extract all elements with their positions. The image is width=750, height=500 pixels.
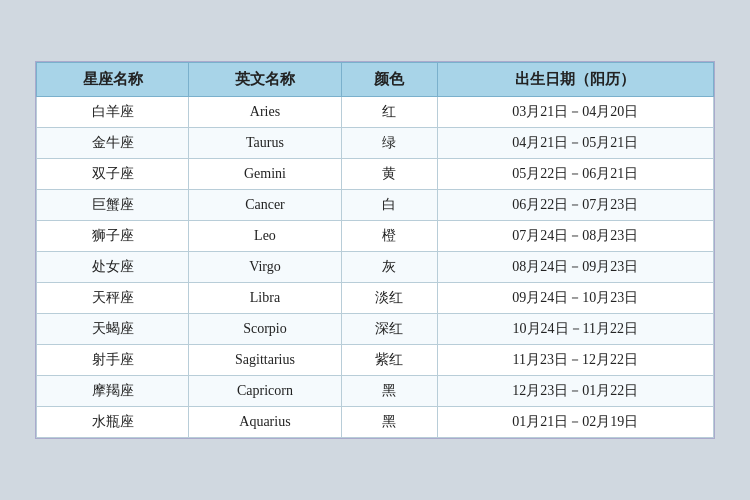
table-row: 天蝎座Scorpio深红10月24日－11月22日	[37, 314, 714, 345]
table-row: 处女座Virgo灰08月24日－09月23日	[37, 252, 714, 283]
table-cell-10-2: 黑	[341, 407, 437, 438]
table-cell-9-3: 12月23日－01月22日	[437, 376, 713, 407]
table-row: 巨蟹座Cancer白06月22日－07月23日	[37, 190, 714, 221]
table-row: 白羊座Aries红03月21日－04月20日	[37, 97, 714, 128]
table-cell-10-1: Aquarius	[189, 407, 341, 438]
table-cell-6-3: 09月24日－10月23日	[437, 283, 713, 314]
table-row: 双子座Gemini黄05月22日－06月21日	[37, 159, 714, 190]
table-cell-10-0: 水瓶座	[37, 407, 189, 438]
table-cell-6-1: Libra	[189, 283, 341, 314]
table-cell-4-3: 07月24日－08月23日	[437, 221, 713, 252]
table-cell-2-0: 双子座	[37, 159, 189, 190]
table-row: 射手座Sagittarius紫红11月23日－12月22日	[37, 345, 714, 376]
table-cell-9-2: 黑	[341, 376, 437, 407]
table-cell-4-2: 橙	[341, 221, 437, 252]
table-row: 摩羯座Capricorn黑12月23日－01月22日	[37, 376, 714, 407]
table-header-row: 星座名称英文名称颜色出生日期（阳历）	[37, 63, 714, 97]
table-row: 狮子座Leo橙07月24日－08月23日	[37, 221, 714, 252]
header-col-1: 英文名称	[189, 63, 341, 97]
table-cell-5-3: 08月24日－09月23日	[437, 252, 713, 283]
table-cell-8-3: 11月23日－12月22日	[437, 345, 713, 376]
header-col-3: 出生日期（阳历）	[437, 63, 713, 97]
table-cell-9-1: Capricorn	[189, 376, 341, 407]
table-cell-7-1: Scorpio	[189, 314, 341, 345]
table-cell-4-1: Leo	[189, 221, 341, 252]
header-col-2: 颜色	[341, 63, 437, 97]
table-cell-3-0: 巨蟹座	[37, 190, 189, 221]
table-row: 水瓶座Aquarius黑01月21日－02月19日	[37, 407, 714, 438]
table-cell-9-0: 摩羯座	[37, 376, 189, 407]
table-cell-0-1: Aries	[189, 97, 341, 128]
table-cell-2-3: 05月22日－06月21日	[437, 159, 713, 190]
zodiac-table-container: 星座名称英文名称颜色出生日期（阳历） 白羊座Aries红03月21日－04月20…	[35, 61, 715, 439]
table-row: 金牛座Taurus绿04月21日－05月21日	[37, 128, 714, 159]
table-cell-0-3: 03月21日－04月20日	[437, 97, 713, 128]
table-cell-0-0: 白羊座	[37, 97, 189, 128]
table-cell-8-1: Sagittarius	[189, 345, 341, 376]
table-cell-1-0: 金牛座	[37, 128, 189, 159]
table-cell-6-2: 淡红	[341, 283, 437, 314]
table-cell-5-0: 处女座	[37, 252, 189, 283]
table-cell-1-1: Taurus	[189, 128, 341, 159]
table-cell-6-0: 天秤座	[37, 283, 189, 314]
table-cell-8-0: 射手座	[37, 345, 189, 376]
header-col-0: 星座名称	[37, 63, 189, 97]
table-cell-5-2: 灰	[341, 252, 437, 283]
table-cell-1-3: 04月21日－05月21日	[437, 128, 713, 159]
table-cell-1-2: 绿	[341, 128, 437, 159]
table-cell-2-1: Gemini	[189, 159, 341, 190]
table-cell-0-2: 红	[341, 97, 437, 128]
table-cell-7-2: 深红	[341, 314, 437, 345]
table-cell-2-2: 黄	[341, 159, 437, 190]
table-cell-5-1: Virgo	[189, 252, 341, 283]
table-cell-7-3: 10月24日－11月22日	[437, 314, 713, 345]
table-cell-10-3: 01月21日－02月19日	[437, 407, 713, 438]
table-cell-7-0: 天蝎座	[37, 314, 189, 345]
table-cell-3-2: 白	[341, 190, 437, 221]
table-cell-3-1: Cancer	[189, 190, 341, 221]
zodiac-table: 星座名称英文名称颜色出生日期（阳历） 白羊座Aries红03月21日－04月20…	[36, 62, 714, 438]
table-cell-8-2: 紫红	[341, 345, 437, 376]
table-row: 天秤座Libra淡红09月24日－10月23日	[37, 283, 714, 314]
table-cell-4-0: 狮子座	[37, 221, 189, 252]
table-cell-3-3: 06月22日－07月23日	[437, 190, 713, 221]
